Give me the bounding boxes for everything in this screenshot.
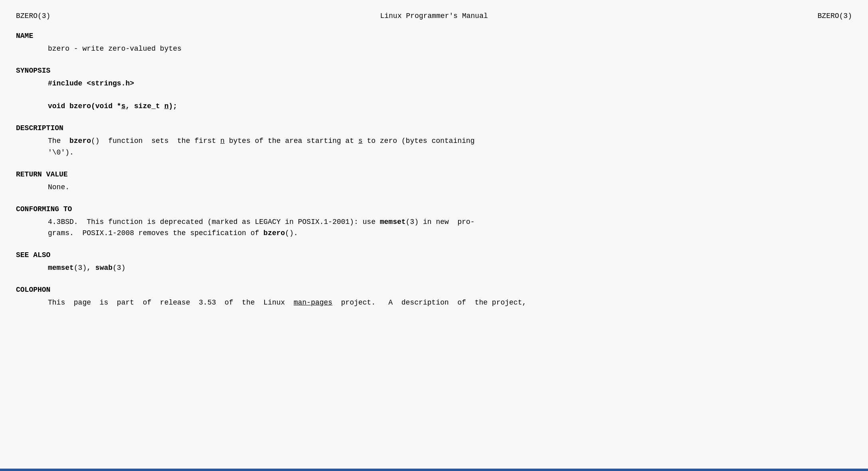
section-conforming-to: CONFORMING TO 4.3BSD. This function is d… — [16, 205, 852, 239]
man-page: BZERO(3) Linux Programmer's Manual BZERO… — [16, 12, 852, 309]
synopsis-prototype: void bzero(void *s, size_t n); — [48, 101, 852, 112]
name-text: bzero - write zero-valued bytes — [48, 45, 182, 53]
conforming-line2: grams. POSIX.1-2008 removes the specific… — [48, 228, 852, 239]
synopsis-prototype-void: void bzero(void *s, size_t n); — [48, 102, 177, 110]
section-name: NAME bzero - write zero-valued bytes — [16, 32, 852, 55]
section-return-value: RETURN VALUE None. — [16, 170, 852, 193]
synopsis-include: #include <strings.h> — [48, 78, 852, 89]
section-conforming-to-content: 4.3BSD. This function is deprecated (mar… — [16, 216, 852, 239]
section-synopsis-heading: SYNOPSIS — [16, 67, 852, 75]
return-value-text: None. — [48, 183, 69, 191]
section-conforming-to-heading: CONFORMING TO — [16, 205, 852, 213]
colophon-text: This page is part of release 3.53 of the… — [48, 299, 526, 307]
bottom-bar — [0, 469, 868, 471]
description-line2: '\0'). — [48, 147, 852, 158]
section-description: DESCRIPTION The bzero() function sets th… — [16, 124, 852, 158]
section-see-also: SEE ALSO memset(3), swab(3) — [16, 251, 852, 274]
synopsis-include-text: #include <strings.h> — [48, 79, 134, 87]
section-colophon-content: This page is part of release 3.53 of the… — [16, 297, 852, 309]
section-see-also-heading: SEE ALSO — [16, 251, 852, 259]
header-center: Linux Programmer's Manual — [380, 12, 488, 20]
section-name-heading: NAME — [16, 32, 852, 40]
section-colophon-heading: COLOPHON — [16, 286, 852, 294]
section-see-also-content: memset(3), swab(3) — [16, 262, 852, 274]
section-description-content: The bzero() function sets the first n by… — [16, 135, 852, 158]
section-description-heading: DESCRIPTION — [16, 124, 852, 132]
section-synopsis: SYNOPSIS #include <strings.h> void bzero… — [16, 67, 852, 112]
description-line1: The bzero() function sets the first n by… — [48, 135, 852, 147]
header-right: BZERO(3) — [818, 12, 852, 20]
man-page-header: BZERO(3) Linux Programmer's Manual BZERO… — [16, 12, 852, 20]
see-also-text: memset(3), swab(3) — [48, 264, 125, 272]
conforming-line1: 4.3BSD. This function is deprecated (mar… — [48, 216, 852, 228]
section-return-value-heading: RETURN VALUE — [16, 170, 852, 178]
section-name-content: bzero - write zero-valued bytes — [16, 43, 852, 55]
section-synopsis-content: #include <strings.h> void bzero(void *s,… — [16, 78, 852, 112]
section-return-value-content: None. — [16, 182, 852, 193]
section-colophon: COLOPHON This page is part of release 3.… — [16, 286, 852, 309]
header-left: BZERO(3) — [16, 12, 50, 20]
